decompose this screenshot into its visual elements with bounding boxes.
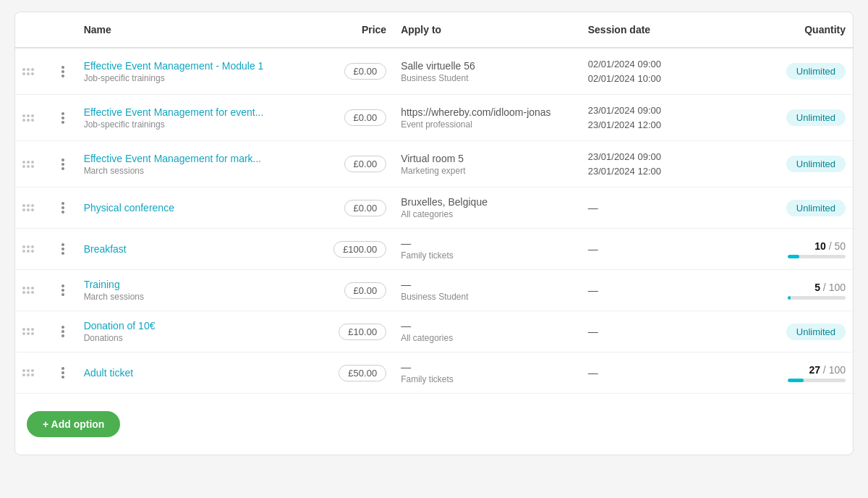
item-name-cell: Effective Event Management for event...J… (77, 95, 315, 141)
count-text: 10 / 50 (741, 240, 846, 252)
session-dash: — (588, 243, 598, 255)
price-badge: £0.00 (344, 109, 387, 126)
three-dots-icon[interactable] (56, 282, 69, 299)
count-total: / 100 (823, 364, 846, 376)
row-menu[interactable] (49, 270, 77, 311)
item-session-cell: — (581, 311, 734, 353)
session-date-line: 02/01/2024 09:00 (588, 57, 727, 72)
three-dots-icon[interactable] (56, 364, 69, 381)
item-session-cell: — (581, 353, 734, 394)
count-num: 5 (814, 282, 820, 293)
price-badge: £0.00 (344, 156, 387, 172)
item-sub-label: Job-specific trainings (84, 73, 165, 83)
item-session-cell: — (581, 187, 734, 229)
drag-handle[interactable] (15, 229, 49, 270)
row-menu[interactable] (49, 48, 77, 95)
quantity-count: 27 / 100 (741, 364, 846, 382)
table-row: Effective Event Management - Module 1Job… (15, 48, 853, 95)
row-menu[interactable] (49, 187, 77, 229)
drag-grid-icon (22, 328, 42, 335)
item-quantity-cell: Unlimited (733, 95, 853, 141)
item-sub-label: Donations (84, 333, 123, 343)
progress-fill (788, 379, 804, 382)
col-menu (49, 12, 77, 48)
row-menu[interactable] (49, 141, 77, 187)
count-num: 27 (809, 364, 820, 376)
three-dots-icon[interactable] (56, 240, 69, 258)
col-header-apply: Apply to (393, 12, 581, 48)
apply-sub: Event professional (401, 119, 574, 130)
item-name-link[interactable]: Training (84, 279, 307, 290)
price-badge: £0.00 (344, 200, 387, 216)
table-row: Effective Event Management for event...J… (15, 95, 853, 141)
table-row: Effective Event Management for mark...Ma… (15, 141, 853, 187)
apply-main: https://whereby.com/idloom-jonas (401, 106, 574, 118)
count-text: 27 / 100 (741, 364, 846, 376)
three-dots-icon[interactable] (56, 156, 69, 173)
drag-grid-icon (22, 245, 42, 253)
drag-handle[interactable] (15, 311, 49, 353)
drag-handle[interactable] (15, 95, 49, 141)
count-total: / 50 (829, 240, 846, 252)
row-menu[interactable] (49, 229, 77, 270)
item-price-cell: £10.00 (315, 311, 393, 353)
price-badge: £100.00 (333, 241, 386, 258)
drag-handle[interactable] (15, 187, 49, 229)
item-name-link[interactable]: Donation of 10€ (84, 320, 307, 332)
item-quantity-cell: 5 / 100 (733, 270, 853, 311)
session-date-line: 23/01/2024 12:00 (588, 164, 727, 179)
apply-sub: All categories (401, 333, 574, 343)
col-header-price: Price (315, 12, 393, 48)
progress-bar (788, 296, 846, 300)
item-price-cell: £50.00 (315, 353, 393, 394)
apply-main: — (401, 361, 574, 373)
item-apply-cell: — All categories (393, 311, 581, 353)
session-date-line: 23/01/2024 09:00 (588, 104, 727, 118)
row-menu[interactable] (49, 353, 77, 394)
item-sub-label: March sessions (84, 166, 144, 176)
three-dots-icon[interactable] (56, 63, 69, 80)
drag-handle[interactable] (15, 141, 49, 187)
add-option-button[interactable]: + Add option (27, 411, 120, 437)
count-total: / 100 (823, 282, 846, 293)
drag-grid-icon (22, 114, 42, 122)
item-name-link[interactable]: Breakfast (84, 243, 307, 255)
item-name-cell: TrainingMarch sessions (77, 270, 315, 311)
three-dots-icon[interactable] (56, 323, 69, 340)
drag-handle[interactable] (15, 270, 49, 311)
session-dash: — (588, 367, 598, 379)
item-name-cell: Adult ticket (77, 353, 315, 394)
session-date-line: 23/01/2024 12:00 (588, 118, 727, 132)
price-badge: £0.00 (344, 282, 387, 299)
three-dots-icon[interactable] (56, 199, 69, 216)
item-sub-label: March sessions (84, 292, 144, 302)
item-name-cell: Effective Event Management - Module 1Job… (77, 48, 315, 95)
item-name-cell: Breakfast (77, 229, 315, 270)
apply-sub: Family tickets (401, 250, 574, 261)
col-header-session: Session date (581, 12, 734, 48)
item-price-cell: £0.00 (315, 48, 393, 95)
col-drag (15, 12, 49, 48)
drag-handle[interactable] (15, 48, 49, 95)
item-apply-cell: Bruxelles, Belgique All categories (393, 187, 581, 229)
price-badge: £10.00 (339, 324, 386, 340)
three-dots-icon[interactable] (56, 109, 69, 127)
progress-fill (788, 296, 791, 300)
options-table-container: Name Price Apply to Session date Quantit… (14, 12, 854, 455)
row-menu[interactable] (49, 311, 77, 353)
col-header-quantity: Quantity (733, 12, 853, 48)
apply-sub: Marketing expert (401, 166, 574, 176)
item-session-cell: — (581, 270, 734, 311)
item-name-link[interactable]: Adult ticket (84, 367, 307, 379)
item-quantity-cell: 10 / 50 (733, 229, 853, 270)
drag-handle[interactable] (15, 353, 49, 394)
item-name-link[interactable]: Effective Event Management for event... (84, 106, 307, 118)
item-session-cell: 23/01/2024 09:0023/01/2024 12:00 (581, 95, 734, 141)
progress-bar (788, 255, 846, 258)
item-name-link[interactable]: Physical conference (84, 202, 307, 214)
item-name-link[interactable]: Effective Event Management for mark... (84, 153, 307, 164)
item-name-link[interactable]: Effective Event Management - Module 1 (84, 60, 307, 72)
quantity-count: 5 / 100 (741, 282, 846, 300)
row-menu[interactable] (49, 95, 77, 141)
item-session-cell: 02/01/2024 09:0002/01/2024 10:00 (581, 48, 734, 95)
